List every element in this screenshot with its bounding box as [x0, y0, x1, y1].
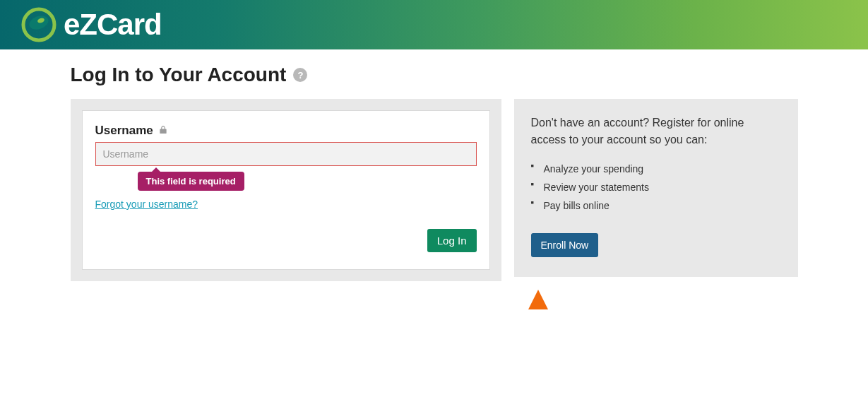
ezcard-logo-icon — [21, 7, 57, 42]
page-title: Log In to Your Account — [71, 64, 287, 86]
validation-tooltip: This field is required — [138, 172, 244, 191]
promo-list: Analyze your spending Review your statem… — [531, 160, 781, 215]
list-item: Review your statements — [531, 178, 781, 196]
lock-icon — [159, 125, 167, 136]
header-bar: eZCard — [0, 0, 868, 49]
promo-lead: Don't have an account? Register for onli… — [531, 114, 781, 148]
page-title-row: Log In to Your Account ? — [71, 64, 798, 86]
brand-logo: eZCard — [21, 7, 162, 42]
help-icon[interactable]: ? — [293, 68, 307, 82]
brand-name: eZCard — [64, 8, 162, 42]
username-input[interactable] — [95, 142, 477, 166]
username-label: Username — [95, 124, 153, 138]
list-item: Pay bills online — [531, 196, 781, 215]
enroll-panel: Don't have an account? Register for onli… — [514, 99, 798, 277]
svg-marker-3 — [518, 290, 558, 309]
annotation-arrow-icon — [517, 290, 559, 309]
login-card: Username This field is required Forgot y… — [82, 110, 490, 270]
forgot-username-link[interactable]: Forgot your username? — [95, 199, 198, 210]
login-panel: Username This field is required Forgot y… — [71, 99, 501, 281]
enroll-now-button[interactable]: Enroll Now — [531, 233, 599, 257]
list-item: Analyze your spending — [531, 160, 781, 178]
login-button[interactable]: Log In — [427, 229, 477, 252]
